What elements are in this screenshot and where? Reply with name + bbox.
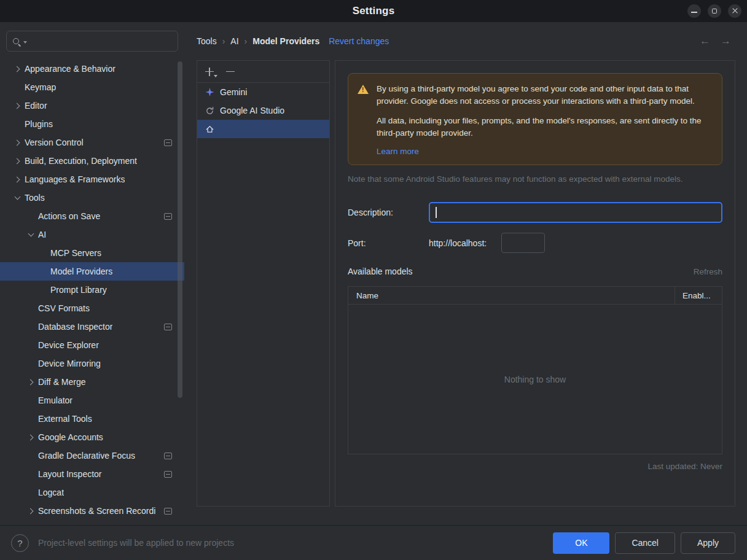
sidebar-item-layout-inspector[interactable]: Layout Inspector xyxy=(0,465,184,483)
sidebar-item-label: Device Mirroring xyxy=(38,359,101,368)
sidebar-item-plugins[interactable]: Plugins xyxy=(0,115,184,133)
sidebar-item-external-tools[interactable]: External Tools xyxy=(0,410,184,428)
refresh-button[interactable]: Refresh xyxy=(694,267,722,276)
minimize-button[interactable] xyxy=(687,4,701,18)
cancel-button[interactable]: Cancel xyxy=(615,532,675,554)
warning-icon xyxy=(358,85,369,94)
chevron-right-icon[interactable] xyxy=(12,138,22,147)
sidebar-scrollbar[interactable] xyxy=(178,61,182,398)
sidebar-item-label: Plugins xyxy=(25,119,53,129)
sidebar-item-appearance-behavior[interactable]: Appearance & Behavior xyxy=(0,60,184,78)
learn-more-link[interactable]: Learn more xyxy=(377,147,419,156)
sidebar-item-prompt-library[interactable]: Prompt Library xyxy=(0,281,184,299)
sidebar-item-languages-frameworks[interactable]: Languages & Frameworks xyxy=(0,170,184,189)
models-table-body: Nothing to show xyxy=(348,305,722,454)
home-icon xyxy=(205,125,214,134)
external-models-note: Note that some Android Studio features m… xyxy=(348,174,722,184)
sidebar-item-editor[interactable]: Editor xyxy=(0,96,184,115)
breadcrumb-separator: › xyxy=(239,36,253,46)
apply-button[interactable]: Apply xyxy=(681,532,735,554)
sidebar-item-database-inspector[interactable]: Database Inspector xyxy=(0,317,184,336)
chevron-spacer xyxy=(26,322,36,332)
description-input[interactable] xyxy=(429,202,722,223)
search-input[interactable] xyxy=(6,31,178,52)
breadcrumb-item-ai[interactable]: AI xyxy=(230,36,238,46)
sidebar-item-mcp-servers[interactable]: MCP Servers xyxy=(0,244,184,262)
available-models-header: Available models Refresh xyxy=(348,266,722,276)
port-input[interactable] xyxy=(501,233,545,253)
sidebar-item-ai[interactable]: AI xyxy=(0,225,184,244)
sidebar-item-label: Database Inspector xyxy=(38,322,112,332)
provider-item-google-ai-studio[interactable]: Google AI Studio xyxy=(197,101,329,120)
provider-detail-panel: By using a third-party model you agree t… xyxy=(335,60,735,507)
chevron-spacer xyxy=(26,414,36,424)
description-input-field[interactable] xyxy=(430,203,721,222)
sidebar-item-tools[interactable]: Tools xyxy=(0,189,184,207)
forward-arrow-icon[interactable]: → xyxy=(721,35,731,47)
chevron-right-icon[interactable] xyxy=(26,377,36,387)
sidebar-item-build-execution-deployment[interactable]: Build, Execution, Deployment xyxy=(0,152,184,170)
back-arrow-icon[interactable]: ← xyxy=(700,35,710,47)
column-header-name[interactable]: Name xyxy=(348,287,675,304)
window-controls xyxy=(687,4,741,18)
models-table-header: NameEnabl... xyxy=(348,287,722,305)
chevron-down-icon[interactable] xyxy=(26,230,36,239)
main-area: Tools›AI›Model Providers Revert changes … xyxy=(184,22,747,525)
project-settings-icon xyxy=(164,453,172,459)
port-row: Port: http://localhost: xyxy=(348,233,722,253)
chevron-spacer xyxy=(26,359,36,368)
provider-item-label: Gemini xyxy=(220,87,247,97)
sidebar-item-device-mirroring[interactable]: Device Mirroring xyxy=(0,354,184,373)
sidebar-item-diff-merge[interactable]: Diff & Merge xyxy=(0,373,184,391)
sidebar-item-actions-on-save[interactable]: Actions on Save xyxy=(0,207,184,225)
sidebar-item-keymap[interactable]: Keymap xyxy=(0,78,184,96)
sidebar-item-device-explorer[interactable]: Device Explorer xyxy=(0,336,184,354)
window-title: Settings xyxy=(353,5,395,17)
sidebar-item-label: Appearance & Behavior xyxy=(25,64,115,74)
warning-paragraph-2: All data, including your files, prompts,… xyxy=(377,115,712,139)
project-settings-icon xyxy=(164,508,172,515)
sidebar-item-logcat[interactable]: Logcat xyxy=(0,483,184,502)
chevron-down-icon[interactable] xyxy=(12,193,22,203)
provider-item-gemini[interactable]: Gemini xyxy=(197,83,329,101)
titlebar: Settings xyxy=(0,0,747,22)
chevron-right-icon[interactable] xyxy=(12,101,22,111)
column-header-enabl[interactable]: Enabl... xyxy=(675,287,722,304)
add-provider-button[interactable] xyxy=(205,67,214,76)
remove-provider-button[interactable] xyxy=(226,71,235,72)
chevron-right-icon[interactable] xyxy=(26,432,36,442)
maximize-button[interactable] xyxy=(708,4,721,18)
chevron-spacer xyxy=(26,488,36,497)
settings-tree: Appearance & BehaviorKeymapEditorPlugins… xyxy=(0,60,184,520)
chevron-down-icon xyxy=(23,41,27,44)
chevron-right-icon[interactable] xyxy=(12,156,22,166)
breadcrumb-separator: › xyxy=(217,36,231,46)
empty-table-message: Nothing to show xyxy=(504,375,566,384)
sidebar-item-label: Device Explorer xyxy=(38,340,99,350)
sidebar-item-gradle-declarative-focus[interactable]: Gradle Declarative Focus xyxy=(0,446,184,465)
port-input-field[interactable] xyxy=(502,233,544,252)
sidebar-item-csv-formats[interactable]: CSV Formats xyxy=(0,299,184,317)
sidebar-item-version-control[interactable]: Version Control xyxy=(0,133,184,152)
sidebar-item-label: Keymap xyxy=(25,82,56,92)
sidebar-item-screenshots-screen-recordi[interactable]: Screenshots & Screen Recordi xyxy=(0,502,184,520)
warning-text: By using a third-party model you agree t… xyxy=(377,83,712,157)
provider-item-home[interactable] xyxy=(197,120,329,138)
revert-changes-link[interactable]: Revert changes xyxy=(329,36,389,46)
sidebar-item-label: External Tools xyxy=(38,414,92,424)
help-button[interactable]: ? xyxy=(11,534,29,552)
close-button[interactable] xyxy=(728,4,741,18)
ok-button[interactable]: OK xyxy=(553,532,609,554)
sidebar-item-emulator[interactable]: Emulator xyxy=(0,391,184,410)
breadcrumb-item-model-providers[interactable]: Model Providers xyxy=(252,36,319,46)
chevron-right-icon[interactable] xyxy=(12,174,22,184)
sidebar-item-label: Diff & Merge xyxy=(38,377,86,387)
breadcrumb-item-tools[interactable]: Tools xyxy=(197,36,217,46)
chevron-spacer xyxy=(26,340,36,350)
sidebar-item-model-providers[interactable]: Model Providers xyxy=(0,262,184,281)
chevron-spacer xyxy=(26,211,36,221)
sidebar-item-google-accounts[interactable]: Google Accounts xyxy=(0,428,184,446)
chevron-right-icon[interactable] xyxy=(26,506,36,516)
chevron-right-icon[interactable] xyxy=(12,64,22,74)
chevron-spacer xyxy=(38,248,48,258)
